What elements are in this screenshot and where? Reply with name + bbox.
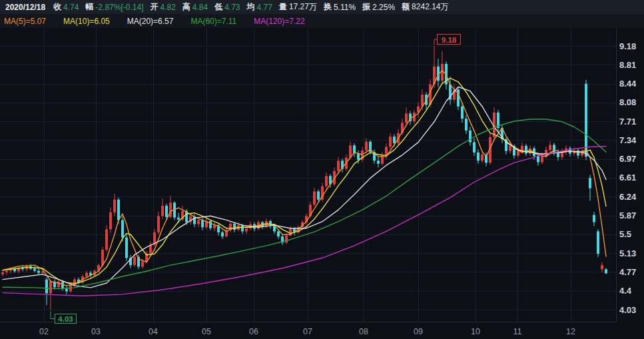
x-axis-label: 11 — [513, 327, 522, 336]
candle[interactable] — [233, 224, 236, 230]
ma-legend-item-4[interactable]: MA(120)=7.22 — [254, 17, 304, 26]
ma-line-ma20 — [3, 87, 606, 288]
candle[interactable] — [209, 221, 212, 228]
ma-legend-item-1[interactable]: MA(10)=6.05 — [63, 17, 110, 26]
candle[interactable] — [33, 268, 36, 270]
candle[interactable] — [133, 257, 136, 265]
quote-stat-value: 4.74 — [63, 3, 79, 12]
candle[interactable] — [473, 143, 476, 153]
candle[interactable] — [465, 119, 468, 131]
candle[interactable] — [157, 216, 160, 232]
y-axis-label: 6.24 — [619, 192, 637, 202]
candle[interactable] — [509, 146, 511, 151]
y-axis-label: 5.87 — [619, 210, 636, 220]
quote-stat-value: 4.82 — [160, 3, 175, 12]
candle[interactable] — [389, 137, 392, 147]
candle[interactable] — [85, 273, 88, 276]
candle[interactable] — [113, 200, 116, 212]
candle[interactable] — [541, 156, 543, 162]
candle[interactable] — [317, 191, 320, 199]
candle[interactable] — [585, 84, 587, 157]
x-axis-label: 06 — [249, 327, 258, 336]
candle[interactable] — [37, 271, 40, 273]
quote-stat-3: 高4.84 — [182, 1, 208, 13]
candle[interactable] — [169, 202, 172, 217]
candle[interactable] — [549, 145, 551, 150]
candle[interactable] — [481, 155, 483, 161]
candle[interactable] — [49, 282, 52, 294]
y-axis-label: 8.81 — [619, 60, 636, 70]
candle[interactable] — [553, 145, 555, 153]
candle[interactable] — [177, 218, 180, 220]
candle[interactable] — [105, 229, 108, 250]
candle[interactable] — [65, 288, 68, 291]
candle[interactable] — [221, 232, 224, 236]
high-marker-label: 9.18 — [442, 36, 457, 44]
y-axis-label: 6.97 — [619, 154, 636, 164]
quote-stat-label: 高 — [182, 1, 190, 13]
candle[interactable] — [117, 200, 120, 220]
candle[interactable] — [241, 225, 244, 231]
candlestick-chart[interactable]: 02030405060708091011129.188.818.448.087.… — [0, 28, 644, 339]
candle[interactable] — [525, 146, 527, 154]
candle[interactable] — [557, 153, 559, 157]
high-marker-connector — [434, 39, 437, 45]
candle[interactable] — [357, 153, 360, 159]
x-axis-label: 09 — [414, 327, 423, 336]
quote-date: 2020/12/18 — [5, 3, 45, 12]
quote-stat-2: 开4.82 — [150, 1, 175, 13]
candle[interactable] — [245, 228, 248, 232]
stock-chart-app: { "header": { "date": "2020/12/18", "sta… — [0, 0, 644, 339]
candle[interactable] — [125, 238, 128, 258]
candle[interactable] — [5, 271, 8, 272]
candle[interactable] — [393, 137, 396, 143]
candle[interactable] — [337, 161, 340, 170]
candle[interactable] — [593, 215, 595, 222]
candle[interactable] — [285, 236, 288, 243]
candle[interactable] — [441, 64, 444, 81]
ma-legend-item-2[interactable]: MA(20)=6.57 — [127, 17, 174, 26]
candle[interactable] — [601, 265, 603, 269]
x-axis-label: 04 — [149, 327, 158, 336]
candle[interactable] — [201, 220, 204, 227]
candle[interactable] — [57, 282, 60, 287]
candle[interactable] — [213, 225, 216, 228]
candle[interactable] — [141, 262, 144, 267]
candle[interactable] — [45, 280, 48, 294]
quote-stat-5: 均4.77 — [247, 1, 272, 13]
candle[interactable] — [121, 220, 124, 237]
quote-stat-6: 量17.27万 — [279, 1, 317, 13]
quote-stat-7: 换5.11% — [324, 1, 356, 13]
candle[interactable] — [313, 191, 316, 204]
candle[interactable] — [109, 212, 112, 229]
quote-stat-label: 收 — [53, 1, 61, 13]
candle[interactable] — [377, 161, 380, 164]
quote-stat-value: 5.11% — [334, 3, 356, 12]
candle[interactable] — [469, 131, 472, 143]
candle[interactable] — [517, 151, 519, 156]
candle[interactable] — [597, 231, 599, 254]
x-axis-label: 12 — [566, 327, 575, 336]
candle[interactable] — [277, 231, 280, 236]
candle[interactable] — [161, 206, 164, 216]
candle[interactable] — [165, 206, 168, 217]
candle[interactable] — [101, 250, 104, 265]
candle[interactable] — [365, 142, 368, 151]
y-axis-label: 7.71 — [619, 117, 636, 127]
ma-legend-item-0[interactable]: MA(5)=5.07 — [4, 17, 46, 26]
candle[interactable] — [197, 220, 200, 224]
candle[interactable] — [589, 178, 591, 188]
quote-stat-label: 额 — [402, 1, 410, 13]
ma-legend-item-3[interactable]: MA(60)=7.11 — [190, 17, 236, 26]
candle[interactable] — [461, 107, 464, 119]
candle[interactable] — [477, 153, 480, 161]
candle[interactable] — [325, 176, 328, 186]
candle[interactable] — [405, 113, 408, 123]
candle[interactable] — [385, 147, 388, 155]
candle[interactable] — [537, 156, 539, 162]
quote-stat-label: 量 — [279, 1, 287, 13]
quote-stat-label: 换 — [324, 1, 332, 13]
candle[interactable] — [605, 269, 607, 273]
low-marker-label: 4.03 — [58, 315, 73, 323]
candle[interactable] — [1, 272, 4, 274]
